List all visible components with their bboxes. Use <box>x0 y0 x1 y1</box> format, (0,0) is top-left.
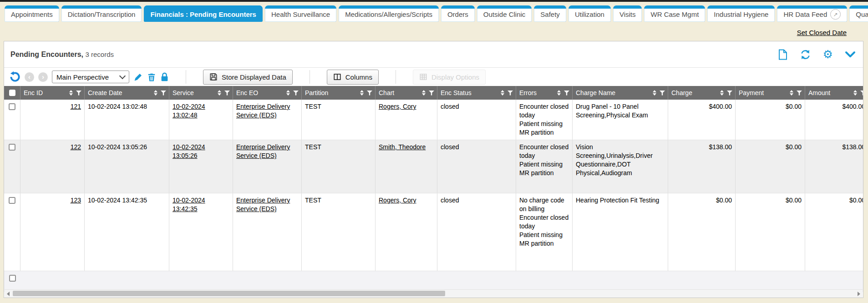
set-closed-date-link[interactable]: Set Closed Date <box>797 29 847 36</box>
cell-chart: Smith, Theodore <box>376 140 437 193</box>
filter-icon[interactable] <box>727 91 732 96</box>
link-service[interactable]: 10-02-2024 13:42:35 <box>173 197 205 212</box>
sort-icon[interactable] <box>720 90 724 96</box>
tab-outside-clinic[interactable]: Outside Clinic <box>477 5 532 22</box>
col-header-partition[interactable]: Partition <box>302 86 376 100</box>
sort-icon[interactable] <box>69 90 73 96</box>
panel-title-text: Pending Encounters, <box>10 50 83 58</box>
sort-icon[interactable] <box>653 90 656 96</box>
lock-icon[interactable] <box>160 72 169 82</box>
new-document-icon[interactable] <box>778 49 788 60</box>
sort-icon[interactable] <box>790 90 793 96</box>
sort-icon[interactable] <box>360 90 364 96</box>
col-header-create_date[interactable]: Create Date <box>85 86 169 100</box>
cell-create_date: 10-02-2024 13:05:26 <box>85 140 169 193</box>
link-enc_id[interactable]: 122 <box>71 143 81 151</box>
cell-errors: Encounter closed today Patient missing M… <box>516 100 573 140</box>
filter-icon[interactable] <box>508 91 513 96</box>
tab-utilization[interactable]: Utilization <box>569 5 611 22</box>
link-enc_eo[interactable]: Enterprise Delivery Service (EDS) <box>236 197 290 212</box>
collapse-chevron-icon[interactable] <box>845 50 856 59</box>
filter-icon[interactable] <box>293 91 299 96</box>
store-displayed-data-button[interactable]: Store Displayed Data <box>203 70 293 85</box>
link-service[interactable]: 10-02-2024 13:02:48 <box>173 103 205 119</box>
tab-wr-case-mgmt[interactable]: WR Case Mgmt <box>644 5 705 22</box>
filter-icon[interactable] <box>161 91 166 96</box>
filter-icon[interactable] <box>564 91 569 96</box>
tab-financials-pending-encounters[interactable]: Financials : Pending Encounters <box>144 5 263 22</box>
select-all-checkbox[interactable] <box>9 90 15 96</box>
cell-charge: $138.00 <box>668 140 736 193</box>
row-checkbox[interactable] <box>9 103 15 110</box>
col-header-charge_name[interactable]: Charge Name <box>573 86 668 100</box>
columns-button[interactable]: Columns <box>327 70 379 85</box>
col-header-enc_id[interactable]: Enc ID <box>20 86 85 100</box>
col-header-amount[interactable]: Amount <box>805 86 863 100</box>
table-body: 12110-02-2024 13:02:4810-02-2024 13:02:4… <box>4 100 863 271</box>
filter-icon[interactable] <box>367 91 372 96</box>
grid-toolbar: ‹ › Main Perspective Store Displayed Dat… <box>4 68 863 86</box>
tab-orders[interactable]: Orders <box>441 5 475 22</box>
table-row: 12310-02-2024 13:42:3510-02-2024 13:42:3… <box>4 193 863 271</box>
scrollbar-thumb[interactable] <box>13 291 445 296</box>
delete-trash-icon[interactable] <box>147 72 156 82</box>
link-service[interactable]: 10-02-2024 13:05:26 <box>173 143 205 159</box>
tab-label: Orders <box>447 10 468 18</box>
link-enc_eo[interactable]: Enterprise Delivery Service (EDS) <box>236 143 290 159</box>
link-enc_eo[interactable]: Enterprise Delivery Service (EDS) <box>236 103 290 119</box>
horizontal-scrollbar[interactable] <box>5 289 863 298</box>
perspective-select[interactable]: Main Perspective <box>52 71 129 83</box>
external-link-icon[interactable]: ↗ <box>830 9 841 20</box>
prev-perspective-icon[interactable]: ‹ <box>25 72 34 82</box>
row-checkbox[interactable] <box>9 144 15 151</box>
tab-appointments[interactable]: Appointments <box>5 5 59 22</box>
filter-icon[interactable] <box>860 91 863 96</box>
sort-icon[interactable] <box>557 90 561 96</box>
link-enc_id[interactable]: 123 <box>71 197 81 204</box>
scroll-left-arrow-icon[interactable] <box>7 292 10 296</box>
scroll-right-arrow-icon[interactable] <box>858 292 860 296</box>
sort-icon[interactable] <box>853 90 857 96</box>
sort-icon[interactable] <box>422 90 426 96</box>
tab-bar: AppointmentsDictation/TranscriptionFinan… <box>0 2 868 22</box>
filter-icon[interactable] <box>429 91 434 96</box>
link-chart[interactable]: Smith, Theodore <box>379 143 426 151</box>
tab-health-surveillance[interactable]: Health Surveillance <box>265 5 336 22</box>
sort-icon[interactable] <box>501 90 504 96</box>
col-header-chart[interactable]: Chart <box>376 86 437 100</box>
filter-icon[interactable] <box>76 91 81 96</box>
refresh-icon[interactable] <box>800 49 811 60</box>
edit-pencil-icon[interactable] <box>133 72 143 82</box>
footer-checkbox[interactable] <box>9 275 16 282</box>
tab-medications-allergies-scripts[interactable]: Medications/Allergies/Scripts <box>339 5 439 22</box>
tab-safety[interactable]: Safety <box>534 5 566 22</box>
undo-icon[interactable] <box>9 71 20 83</box>
col-label: Create Date <box>88 89 122 96</box>
link-chart[interactable]: Rogers, Cory <box>379 197 416 204</box>
col-header-service[interactable]: Service <box>169 86 233 100</box>
tab-industrial-hygiene[interactable]: Industrial Hygiene <box>707 5 775 22</box>
col-header-enc_status[interactable]: Enc Status <box>437 86 516 100</box>
filter-icon[interactable] <box>224 91 230 96</box>
tab-quality-of-care[interactable]: Quality of Care <box>849 5 868 22</box>
sort-icon[interactable] <box>154 90 157 96</box>
col-header-enc_eo[interactable]: Enc EO <box>233 86 302 100</box>
settings-gear-icon[interactable]: ⚙ <box>823 49 833 60</box>
link-chart[interactable]: Rogers, Cory <box>379 103 416 110</box>
perspective-selected-label: Main Perspective <box>56 73 109 81</box>
col-header-charge[interactable]: Charge <box>668 86 736 100</box>
row-checkbox[interactable] <box>9 197 15 204</box>
col-header-payment[interactable]: Payment <box>736 86 805 100</box>
filter-icon[interactable] <box>660 91 665 96</box>
col-header-errors[interactable]: Errors <box>516 86 573 100</box>
cell-service: 10-02-2024 13:02:48 <box>169 100 233 140</box>
tab-visits[interactable]: Visits <box>613 5 642 22</box>
next-perspective-icon[interactable]: › <box>38 72 48 82</box>
filter-icon[interactable] <box>797 91 802 96</box>
sort-icon[interactable] <box>286 90 290 96</box>
link-enc_id[interactable]: 121 <box>71 103 81 110</box>
sort-icon[interactable] <box>218 90 221 96</box>
tab-label: Appointments <box>11 10 53 18</box>
tab-hr-data-feed[interactable]: HR Data Feed↗ <box>777 5 847 22</box>
tab-dictation-transcription[interactable]: Dictation/Transcription <box>61 5 142 22</box>
